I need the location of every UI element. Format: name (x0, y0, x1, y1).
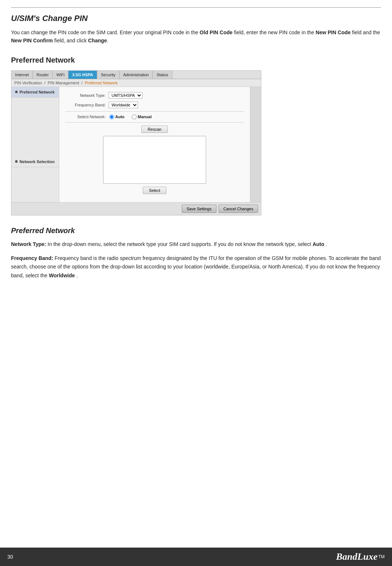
form-divider-2 (65, 122, 244, 123)
sidebar-dot-network (15, 160, 18, 163)
select-network-label: Select Network: (65, 115, 106, 119)
right-panel (250, 87, 261, 202)
network-list-box[interactable] (103, 136, 206, 184)
tab-status[interactable]: Status (153, 71, 172, 79)
bottom-bar: 30 BandLuxe TM (0, 548, 392, 566)
brand-tm: TM (378, 554, 385, 559)
tab-router[interactable]: Router (33, 71, 53, 79)
radio-manual-option[interactable]: Manual (132, 115, 152, 119)
frequency-band-label: Frequency Band: (65, 103, 106, 107)
save-settings-button[interactable]: Save Settings (182, 205, 216, 213)
top-divider (11, 7, 381, 8)
sidebar-item-network-selection[interactable]: Network Selection (11, 157, 59, 167)
radio-manual-input[interactable] (132, 115, 137, 119)
network-type-label: Network Type: (65, 93, 106, 98)
rescan-row: Rescan (65, 126, 244, 133)
cancel-changes-button[interactable]: Cancel Changes (219, 205, 258, 213)
frequency-band-description: Frequency Band: Frequency band is the ra… (11, 254, 381, 280)
sub-section-title: Preferred Network (11, 226, 381, 235)
network-type-description: Network Type: In the drop-down menu, sel… (11, 240, 381, 249)
frequency-band-row: Frequency Band: Worldwide (65, 102, 244, 108)
tab-internet[interactable]: Internet (11, 71, 33, 79)
select-network-row: Select Network: Auto Manual (65, 115, 244, 119)
sidebar: Preferred Network Network Selection (11, 87, 59, 202)
breadcrumb: PIN Verification / PIN Management / Pref… (11, 79, 261, 87)
network-type-select[interactable]: UMTS/HSPA (109, 92, 142, 99)
form-divider (65, 111, 244, 112)
network-selection-section: Rescan Select (65, 126, 244, 194)
radio-auto-option[interactable]: Auto (109, 115, 124, 119)
screenshot-body: Preferred Network Network Selection Netw… (11, 87, 261, 202)
rescan-button[interactable]: Rescan (141, 126, 167, 133)
nav-bar: Internet Router WiFi 3.5G HSPA Security … (11, 71, 261, 79)
screenshot-ui: Internet Router WiFi 3.5G HSPA Security … (11, 70, 261, 215)
action-bar: Save Settings Cancel Changes (11, 202, 261, 215)
tab-wifi[interactable]: WiFi (53, 71, 68, 79)
sidebar-item-preferred-network[interactable]: Preferred Network (11, 87, 59, 98)
radio-manual-label: Manual (138, 115, 152, 119)
select-button[interactable]: Select (143, 187, 167, 194)
tab-administration[interactable]: Administration (120, 71, 153, 79)
intro-paragraph: You can change the PIN code on the SIM c… (11, 28, 381, 45)
tab-security[interactable]: Security (97, 71, 120, 79)
radio-auto-input[interactable] (109, 115, 114, 119)
form-area: Network Type: UMTS/HSPA Frequency Band: … (59, 87, 250, 202)
sidebar-dot-preferred (15, 91, 18, 93)
page-number: 30 (7, 554, 13, 560)
brand-logo: BandLuxe TM (336, 551, 385, 562)
tab-3g-hspa[interactable]: 3.5G HSPA (68, 71, 97, 79)
select-row: Select (65, 187, 244, 194)
network-type-row: Network Type: UMTS/HSPA (65, 92, 244, 99)
frequency-band-select[interactable]: Worldwide (109, 102, 138, 108)
radio-auto-label: Auto (115, 115, 124, 119)
main-title: U/SIM's Change PIN (11, 14, 381, 23)
preferred-network-section-title: Preferred Network (11, 56, 381, 64)
brand-name: BandLuxe (336, 551, 378, 562)
